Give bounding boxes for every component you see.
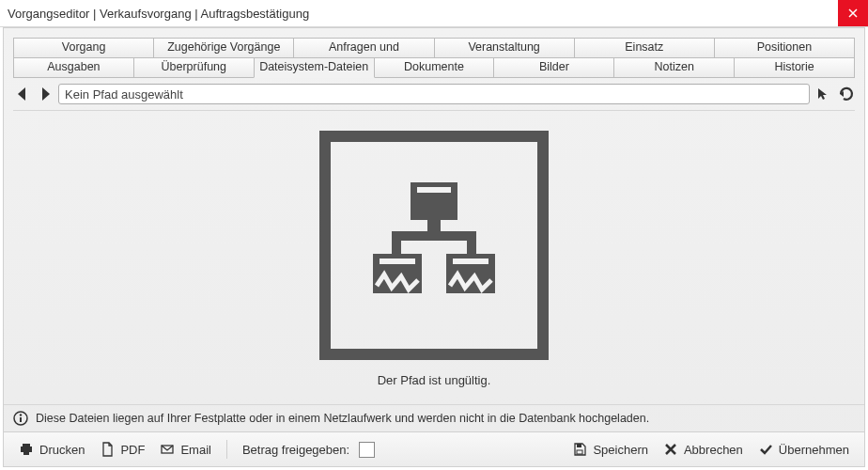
tabsRow2-tab-1[interactable]: Überprüfung — [133, 58, 255, 78]
svg-rect-7 — [380, 258, 415, 264]
svg-rect-3 — [392, 231, 476, 241]
undo-button[interactable] — [836, 85, 855, 103]
svg-rect-17 — [577, 444, 581, 447]
tabsRow1-tab-4[interactable]: Einsatz — [574, 38, 715, 58]
svg-rect-1 — [417, 187, 451, 193]
release-checkbox[interactable] — [359, 442, 375, 458]
tabsRow2-tab-2[interactable]: Dateisystem-Dateien — [254, 58, 375, 78]
path-input[interactable] — [58, 84, 810, 104]
nav-back-button[interactable] — [13, 85, 32, 103]
tabsRow1-tab-1[interactable]: Zugehörige Vorgänge — [153, 38, 294, 58]
svg-rect-4 — [392, 231, 401, 254]
broken-network-icon — [319, 131, 549, 360]
info-bar: Diese Dateien liegen auf Ihrer Festplatt… — [4, 404, 864, 431]
divider — [13, 110, 855, 111]
tab-strip: VorgangZugehörige VorgängeAnfragen und B… — [4, 28, 864, 78]
apply-label: Übernehmen — [779, 443, 849, 457]
svg-rect-9 — [453, 258, 488, 264]
printer-icon — [19, 442, 34, 457]
tab-row-1: VorgangZugehörige VorgängeAnfragen und B… — [13, 38, 855, 58]
title-bar: Vorgangseditor | Verkaufsvorgang | Auftr… — [0, 0, 868, 27]
content-area: Der Pfad ist ungültig. — [4, 113, 864, 404]
pdf-button[interactable]: PDF — [94, 440, 150, 459]
window-close-button[interactable] — [838, 0, 868, 26]
tabsRow2-tab-0[interactable]: Ausgaben — [13, 58, 134, 78]
tab-row-2: AusgabenÜberprüfungDateisystem-DateienDo… — [13, 58, 855, 78]
print-button[interactable]: Drucken — [13, 440, 90, 459]
cursor-select-button[interactable] — [814, 85, 832, 103]
apply-button[interactable]: Übernehmen — [752, 440, 855, 459]
tabsRow1-tab-3[interactable]: Veranstaltung — [434, 38, 575, 58]
print-label: Drucken — [39, 443, 85, 457]
pdf-icon — [100, 442, 115, 457]
amount-released: Betrag freigegeben: — [237, 440, 380, 460]
cancel-button[interactable]: Abbrechen — [658, 440, 749, 459]
nav-forward-button[interactable] — [36, 85, 54, 103]
info-icon — [13, 411, 28, 426]
tabsRow2-tab-3[interactable]: Dokumente — [374, 58, 495, 78]
app-frame: VorgangZugehörige VorgängeAnfragen und B… — [3, 27, 865, 467]
tabsRow1-tab-5[interactable]: Positionen — [714, 38, 855, 58]
save-label: Speichern — [593, 443, 648, 457]
svg-rect-12 — [20, 417, 22, 422]
pdf-label: PDF — [120, 443, 145, 457]
status-message: Der Pfad ist ungültig. — [378, 373, 491, 387]
check-icon — [758, 442, 773, 457]
separator — [226, 440, 227, 459]
tabsRow2-tab-4[interactable]: Bilder — [493, 58, 614, 78]
email-icon — [160, 442, 175, 457]
email-label: Email — [180, 443, 211, 457]
svg-rect-5 — [467, 231, 476, 254]
save-button[interactable]: Speichern — [566, 440, 654, 459]
svg-rect-18 — [577, 450, 582, 454]
tabsRow1-tab-0[interactable]: Vorgang — [13, 38, 154, 58]
path-toolbar — [4, 78, 864, 108]
email-button[interactable]: Email — [154, 440, 217, 459]
tabsRow1-tab-2[interactable]: Anfragen und Bestellungen — [293, 38, 434, 58]
svg-rect-13 — [23, 444, 30, 446]
svg-rect-15 — [23, 451, 29, 455]
window-title: Vorgangseditor | Verkaufsvorgang | Auftr… — [8, 7, 838, 21]
tabsRow2-tab-5[interactable]: Notizen — [613, 58, 735, 78]
cancel-label: Abbrechen — [684, 443, 743, 457]
tabsRow2-tab-6[interactable]: Historie — [734, 58, 855, 78]
info-text: Diese Dateien liegen auf Ihrer Festplatt… — [36, 412, 649, 425]
release-label: Betrag freigegeben: — [242, 443, 349, 457]
cancel-icon — [663, 442, 678, 457]
footer-bar: Drucken PDF Email Betrag freigegeben: Sp… — [4, 431, 864, 466]
svg-point-11 — [20, 414, 22, 415]
save-icon — [572, 442, 587, 457]
